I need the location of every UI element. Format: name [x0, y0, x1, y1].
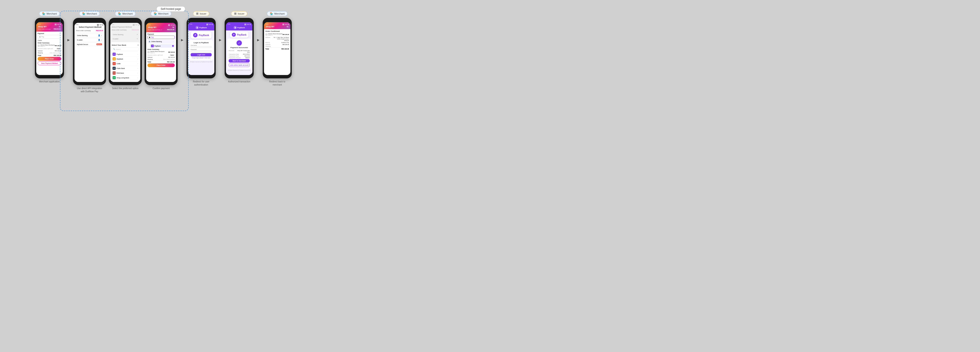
screen-header-merchant: 9:41▌▌ WiFi ▮ Shop MY 🛍 Show order summa… — [36, 22, 63, 32]
phone-notch-2 — [84, 20, 95, 22]
phone-merchant-app: 🏪 Merchant 9:41▌▌ WiFi ▮ Shop MY 🛍 Show … — [33, 11, 65, 83]
phone-confirm-payment: 🏪 Merchant 9:41▌▌ WiFi ▮ Shop MY 🛍 Show … — [143, 11, 179, 90]
arrow-1: ▶ — [65, 11, 72, 41]
issuer-badge-1: 🏛 Issuer — [193, 11, 209, 16]
bank-item-hlb[interactable]: H Hong Leong Bank › — [111, 75, 139, 80]
caption-7: Redirect back to merchant — [269, 80, 285, 86]
pay-input[interactable]: ◉Pay — [38, 35, 61, 39]
phone-screen-3: 9:41▌▌ WiFi ▮ Select Payment Method Show… — [110, 23, 140, 82]
caption-2: Use direct API integration with DuitNow … — [77, 87, 102, 93]
place-order-confirm-btn[interactable]: Place Order — [148, 64, 175, 67]
phone-bank-popup: 🏪 Merchant 9:41▌▌ WiFi ▮ Select Payment … — [107, 11, 143, 90]
bank-item-maybank[interactable]: M MayBank › — [111, 57, 139, 61]
phone-frame-5: 9:41▌▌ WiFi ▮ ◀ PayBank P Pay — [186, 18, 216, 78]
bank-item-rhb[interactable]: RHB RHB Bank › — [111, 71, 139, 75]
success-checkmark: ✓ — [237, 40, 242, 46]
merchant-badge-1: 🏪 Merchant — [39, 11, 60, 16]
paybank-password-field[interactable] — [191, 50, 212, 52]
apply-btn-confirm[interactable]: Apply — [170, 54, 175, 56]
phone-frame-3: 9:41▌▌ WiFi ▮ Select Payment Method Show… — [109, 18, 142, 85]
bank-list: P PayBank › M MayBank › — [111, 52, 139, 80]
phone-frame-7: 9:41▌▌ WiFi ▮ Shop MY 🛍 Order Confirmed … — [262, 18, 292, 78]
caption-3: Select the preferred option — [112, 87, 138, 90]
phone-screen-1: 9:41▌▌ WiFi ▮ Shop MY 🛍 Show order summa… — [36, 22, 63, 75]
arrow-4: ▶ — [255, 11, 261, 41]
phone-notch-3 — [120, 20, 131, 22]
bank-item-paybank[interactable]: P PayBank › — [111, 52, 139, 57]
phone-paybank-login: 🏛 Issuer 9:41▌▌ WiFi ▮ ◀ PayBank — [185, 11, 217, 86]
merchant-badge-2: 🏪 Merchant — [79, 11, 100, 16]
paybank-login-btn[interactable]: Login now — [191, 53, 212, 56]
merchant-badge-4: 🏪 Merchant — [151, 11, 172, 16]
bank-item-publicbank[interactable]: P Public Bank › — [111, 66, 139, 71]
phone-screen-7: 9:41▌▌ WiFi ▮ Shop MY 🛍 Order Confirmed … — [264, 22, 290, 75]
phone-frame-2: 9:41▌▌ WiFi ▮ ← Select Payment Method Sh… — [73, 18, 106, 85]
phone-select-payment: 🏪 Merchant 9:41▌▌ WiFi ▮ ← Select Paymen… — [72, 11, 107, 93]
arrow-2: ▶ — [179, 11, 185, 41]
phone-order-confirmed: 🏪 Merchant 9:41▌▌ WiFi ▮ Shop MY 🛍 Order… — [261, 11, 293, 86]
merchant-badge-3: 🏪 Merchant — [115, 11, 135, 16]
phone-frame-6: 9:41▌▌ WiFi ▮ ◀ PayBank P PayBank — [224, 18, 254, 78]
phone-notch-4 — [156, 20, 167, 22]
phone-frame-4: 9:41▌▌ WiFi ▮ Shop MY 🛍 Show order summa… — [145, 18, 178, 85]
issuer-badge-2: 🏛 Issuer — [231, 11, 247, 16]
bank-item-cimb[interactable]: C CIMB › — [111, 61, 139, 66]
paybank-forgot-link[interactable]: Forgot login details? Click here — [191, 57, 212, 59]
self-hosted-label: Self-hosted page — [156, 6, 185, 12]
phone-notch-1 — [45, 20, 54, 21]
merchant-badge-7: 🏪 Merchant — [267, 11, 288, 16]
save-payment-btn[interactable]: Save Payment Method — [38, 61, 61, 65]
phone-notch-5 — [197, 20, 205, 21]
arrow-3: ▶ — [217, 11, 223, 41]
caption-6: Authorized transaction — [228, 80, 250, 83]
link-bank-account-btn[interactable]: Link online bank account — [229, 63, 250, 67]
phone-screen-6: 9:41▌▌ WiFi ▮ ◀ PayBank P PayBank — [226, 22, 252, 75]
caption-4: Confirm payment — [153, 87, 170, 90]
phone-notch-7 — [273, 20, 282, 21]
phone-payment-success: 🏛 Issuer 9:41▌▌ WiFi ▮ ◀ PayBank — [223, 11, 255, 83]
apply-btn[interactable]: Apply — [56, 48, 61, 49]
paybank-username-field[interactable] — [191, 46, 212, 48]
phone-screen-4: 9:41▌▌ WiFi ▮ Shop MY 🛍 Show order summa… — [146, 23, 176, 82]
pay-input-confirm[interactable]: ◉ Pay — [148, 36, 175, 39]
phone-screen-2: 9:41▌▌ WiFi ▮ ← Select Payment Method Sh… — [75, 23, 105, 82]
back-to-merchant-btn[interactable]: Back to merchant — [229, 59, 250, 62]
caption-1: Merchant application — [39, 80, 60, 83]
phone-notch-6 — [235, 20, 243, 21]
caption-5: Redirect for user authentication — [193, 80, 209, 86]
phone-screen-5: 9:41▌▌ WiFi ▮ ◀ PayBank P Pay — [188, 22, 214, 75]
bank-search-input[interactable]: 🔍 Search — [111, 48, 139, 51]
phone-frame-1: 9:41▌▌ WiFi ▮ Shop MY 🛍 Show order summa… — [35, 18, 64, 78]
place-order-btn[interactable]: Place Order — [38, 57, 61, 61]
